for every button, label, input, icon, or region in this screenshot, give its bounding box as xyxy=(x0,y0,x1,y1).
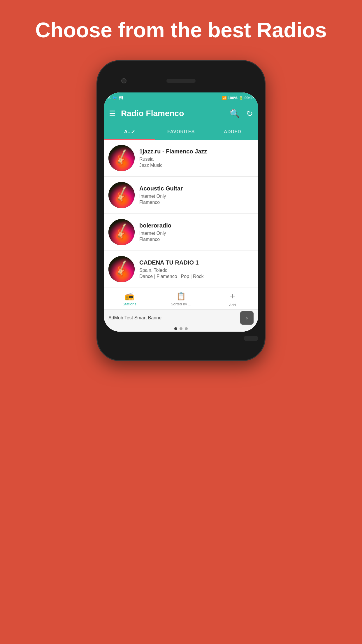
skype-icon: S xyxy=(108,95,110,100)
phone-bottom-bezel xyxy=(104,332,258,352)
ad-dots xyxy=(104,326,258,332)
sorted-by-label: Sorted by ... xyxy=(171,302,191,306)
ad-dot-1 xyxy=(174,327,177,330)
station-item[interactable]: CADENA TU RADIO 1 Spain, Toledo Dance | … xyxy=(104,251,258,288)
phone-screen: S 🐦 🖼 ··· 📶 100% 🔋 09:17 ☰ Radio Flamenc… xyxy=(104,92,258,332)
station-genre: Flamenco xyxy=(139,200,254,205)
station-avatar xyxy=(108,256,135,282)
refresh-button[interactable]: ↻ xyxy=(246,109,253,118)
status-icons-right: 📶 100% 🔋 09:17 xyxy=(222,96,254,100)
home-button[interactable] xyxy=(244,336,258,341)
station-country: Internet Only xyxy=(139,231,254,236)
station-name: 1jazz.ru - Flamenco Jazz xyxy=(139,148,254,155)
station-info: 1jazz.ru - Flamenco Jazz Russia Jazz Mus… xyxy=(139,148,254,168)
ad-arrow-button[interactable]: › xyxy=(240,311,254,325)
station-avatar xyxy=(108,219,135,245)
station-genre: Dance | Flamenco | Pop | Rock xyxy=(139,274,254,279)
ad-dot-2 xyxy=(180,327,182,330)
app-title: Radio Flamenco xyxy=(121,109,224,118)
app-bar: ☰ Radio Flamenco 🔍 ↻ xyxy=(104,103,258,124)
phone-top-bezel xyxy=(104,69,258,92)
station-country: Russia xyxy=(139,157,254,162)
twitter-icon: 🐦 xyxy=(112,95,117,100)
phone-camera xyxy=(121,78,126,83)
station-avatar xyxy=(108,182,135,208)
tab-added[interactable]: ADDED xyxy=(207,124,258,140)
status-bar: S 🐦 🖼 ··· 📶 100% 🔋 09:17 xyxy=(104,92,258,103)
phone-device: S 🐦 🖼 ··· 📶 100% 🔋 09:17 ☰ Radio Flamenc… xyxy=(96,60,266,361)
tab-az[interactable]: A...Z xyxy=(104,124,155,140)
station-info: CADENA TU RADIO 1 Spain, Toledo Dance | … xyxy=(139,259,254,279)
sorted-by-icon: 📋 xyxy=(176,292,186,301)
status-icons-left: S 🐦 🖼 ··· xyxy=(108,95,128,100)
nav-stations[interactable]: 📻 Stations xyxy=(104,288,155,309)
station-info: Acoustic Guitar Internet Only Flamenco xyxy=(139,185,254,205)
station-info: boleroradio Internet Only Flamenco xyxy=(139,222,254,242)
guitar-fire-icon xyxy=(108,182,135,208)
image-icon: 🖼 xyxy=(119,95,123,100)
station-name: CADENA TU RADIO 1 xyxy=(139,259,254,266)
station-item[interactable]: 1jazz.ru - Flamenco Jazz Russia Jazz Mus… xyxy=(104,140,258,177)
ad-banner[interactable]: AdMob Test Smart Banner › xyxy=(104,309,258,326)
stations-icon: 📻 xyxy=(125,292,134,301)
guitar-fire-icon xyxy=(108,256,135,282)
clock: 09:17 xyxy=(245,96,254,100)
add-icon: + xyxy=(230,291,235,302)
station-avatar xyxy=(108,145,135,171)
station-genre: Flamenco xyxy=(139,237,254,242)
stations-label: Stations xyxy=(123,302,136,306)
wifi-icon: 📶 xyxy=(222,96,227,100)
app-bar-icons: 🔍 ↻ xyxy=(230,109,253,118)
menu-button[interactable]: ☰ xyxy=(109,110,116,117)
nav-sorted-by[interactable]: 📋 Sorted by ... xyxy=(155,288,207,309)
station-genre: Jazz Music xyxy=(139,163,254,168)
battery-text: 100% xyxy=(228,96,238,100)
add-label: Add xyxy=(229,303,236,307)
station-country: Spain, Toledo xyxy=(139,268,254,273)
station-item[interactable]: Acoustic Guitar Internet Only Flamenco xyxy=(104,177,258,214)
station-name: boleroradio xyxy=(139,222,254,229)
station-item[interactable]: boleroradio Internet Only Flamenco xyxy=(104,214,258,251)
nav-add[interactable]: + Add xyxy=(207,288,258,309)
search-button[interactable]: 🔍 xyxy=(230,109,240,118)
phone-speaker xyxy=(166,79,196,83)
ad-text: AdMob Test Smart Banner xyxy=(108,315,237,321)
battery-icon: 🔋 xyxy=(239,96,243,100)
more-icon: ··· xyxy=(125,95,128,100)
guitar-fire-icon xyxy=(108,145,135,171)
station-name: Acoustic Guitar xyxy=(139,185,254,192)
station-list: 1jazz.ru - Flamenco Jazz Russia Jazz Mus… xyxy=(104,140,258,288)
bottom-nav: 📻 Stations 📋 Sorted by ... + Add xyxy=(104,288,258,309)
station-country: Internet Only xyxy=(139,194,254,199)
screen-content: S 🐦 🖼 ··· 📶 100% 🔋 09:17 ☰ Radio Flamenc… xyxy=(104,92,258,332)
tab-favorites[interactable]: FAVORITES xyxy=(155,124,207,140)
ad-dot-3 xyxy=(185,327,188,330)
guitar-fire-icon xyxy=(108,219,135,245)
page-title: Choose from the best Radios xyxy=(24,18,338,43)
tabs-bar: A...Z FAVORITES ADDED xyxy=(104,124,258,140)
